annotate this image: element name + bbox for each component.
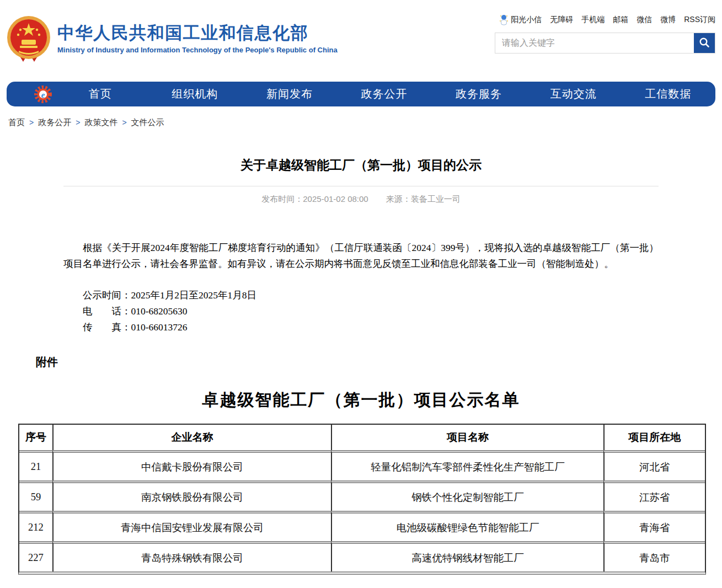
xiaoxin-robot-icon — [499, 14, 509, 25]
search-input[interactable] — [495, 33, 694, 53]
site-subtitle: Ministry of Industry and Information Tec… — [57, 46, 338, 54]
top-link-sunshine-xiaoxin[interactable]: 阳光小信 — [499, 14, 542, 25]
table-cell: 青岛市 — [603, 541, 705, 571]
table-header: 序号 企业名称 项目名称 项目所在地 — [19, 425, 705, 450]
breadcrumb-gov-disclosure[interactable]: 政务公开 — [38, 117, 71, 127]
nav-item-miit-data[interactable]: 工信数据 — [621, 87, 715, 101]
breadcrumb-file-publicity[interactable]: 文件公示 — [131, 117, 164, 127]
table-cell: 227 — [19, 541, 52, 571]
brand-link[interactable]: 中华人民共和国工业和信息化部 Ministry of Industry and … — [7, 15, 338, 62]
table-cell: 212 — [19, 511, 52, 541]
col-header-company: 企业名称 — [52, 425, 331, 450]
title-divider — [63, 186, 659, 186]
table-cell: 青海中信国安锂业发展有限公司 — [52, 511, 331, 541]
main-nav: e 首页 组织机构 新闻发布 政务公开 政务服务 互动交流 工信数据 — [7, 82, 715, 106]
breadcrumb-separator-icon: > — [122, 118, 126, 127]
table-cell: 中信戴卡股份有限公司 — [52, 450, 331, 480]
search-button[interactable] — [694, 33, 715, 53]
table-cell: 河北省 — [603, 450, 705, 480]
gear-logo-icon[interactable]: e — [33, 84, 53, 104]
nav-item-home[interactable]: 首页 — [53, 87, 148, 101]
table-cell: 钢铁个性化定制智能工厂 — [331, 480, 603, 511]
table-cell: 21 — [19, 450, 52, 480]
top-link-mail[interactable]: 邮箱 — [613, 15, 628, 25]
brand-text: 中华人民共和国工业和信息化部 Ministry of Industry and … — [57, 15, 338, 62]
table-cell: 青岛特殊钢铁有限公司 — [52, 541, 331, 571]
notice-period: 公示时间：2025年1月2日至2025年1月8日 — [63, 287, 659, 303]
national-emblem-icon — [7, 15, 51, 62]
table-row: 227青岛特殊钢铁有限公司高速优特钢线材智能工厂青岛市 — [19, 541, 705, 571]
table-cell: 电池级碳酸锂绿色节能智能工厂 — [331, 511, 603, 541]
table-header-row: 序号 企业名称 项目名称 项目所在地 — [19, 425, 705, 450]
fax-line: 传 真：010-66013726 — [63, 319, 659, 335]
nav-item-organization[interactable]: 组织机构 — [148, 87, 243, 101]
table-row: 59南京钢铁股份有限公司钢铁个性化定制智能工厂江苏省 — [19, 480, 705, 511]
article-title: 关于卓越级智能工厂（第一批）项目的公示 — [7, 157, 715, 174]
breadcrumb-policy-files[interactable]: 政策文件 — [84, 117, 117, 127]
table-cell: 轻量化铝制汽车零部件柔性化生产智能工厂 — [331, 450, 603, 480]
nav-item-gov-services[interactable]: 政务服务 — [431, 87, 526, 101]
article-meta: 发布时间：2025-01-02 08:00 来源：装备工业一司 — [7, 194, 715, 205]
site-header: 中华人民共和国工业和信息化部 Ministry of Industry and … — [7, 0, 715, 82]
breadcrumb: 首页>政务公开>政策文件>文件公示 — [7, 106, 715, 128]
top-link-weibo[interactable]: 微博 — [660, 15, 676, 25]
project-table: 序号 企业名称 项目名称 项目所在地 21中信戴卡股份有限公司轻量化铝制汽车零部… — [18, 424, 706, 575]
top-links: 阳光小信 无障碍 手机端 邮箱 微信 微博 RSS订阅 — [495, 14, 715, 25]
breadcrumb-separator-icon: > — [29, 118, 34, 127]
table-row: 21中信戴卡股份有限公司轻量化铝制汽车零部件柔性化生产智能工厂河北省 — [19, 450, 705, 480]
table-cell: 59 — [19, 480, 52, 511]
phone-line: 电 话：010-68205630 — [63, 303, 659, 319]
header-right: 阳光小信 无障碍 手机端 邮箱 微信 微博 RSS订阅 — [495, 14, 715, 54]
article-body: 根据《关于开展2024年度智能工厂梯度培育行动的通知》（工信厅联通装函〔2024… — [63, 240, 659, 335]
col-header-project: 项目名称 — [331, 425, 603, 450]
breadcrumb-separator-icon: > — [76, 118, 80, 127]
table-title: 卓越级智能工厂（第一批）项目公示名单 — [7, 389, 715, 411]
table-row: 212青海中信国安锂业发展有限公司电池级碳酸锂绿色节能智能工厂青海省 — [19, 511, 705, 541]
top-link-label: 阳光小信 — [511, 15, 542, 25]
article-source: 来源：装备工业一司 — [386, 194, 461, 205]
nav-item-news[interactable]: 新闻发布 — [242, 87, 337, 101]
nav-item-gov-disclosure[interactable]: 政务公开 — [337, 87, 432, 101]
site-title: 中华人民共和国工业和信息化部 — [57, 23, 338, 43]
table-cell: 南京钢铁股份有限公司 — [52, 480, 331, 511]
table-cell: 青海省 — [603, 511, 705, 541]
breadcrumb-home[interactable]: 首页 — [8, 117, 25, 127]
announcement-paragraph: 根据《关于开展2024年度智能工厂梯度培育行动的通知》（工信厅联通装函〔2024… — [63, 240, 659, 272]
article: 关于卓越级智能工厂（第一批）项目的公示 发布时间：2025-01-02 08:0… — [7, 157, 715, 575]
publish-time: 发布时间：2025-01-02 08:00 — [261, 194, 368, 205]
attachment-label: 附件 — [36, 355, 715, 370]
table-cell: 江苏省 — [603, 480, 705, 511]
page: 中华人民共和国工业和信息化部 Ministry of Industry and … — [7, 0, 715, 575]
col-header-location: 项目所在地 — [603, 425, 705, 450]
search-bar — [495, 33, 715, 54]
table-cell: 高速优特钢线材智能工厂 — [331, 541, 603, 571]
nav-item-interaction[interactable]: 互动交流 — [526, 87, 621, 101]
top-link-mobile[interactable]: 手机端 — [581, 15, 605, 25]
top-link-accessibility[interactable]: 无障碍 — [550, 15, 573, 25]
contact-block: 公示时间：2025年1月2日至2025年1月8日 电 话：010-6820563… — [63, 287, 659, 335]
top-link-wechat[interactable]: 微信 — [637, 15, 652, 25]
top-link-rss[interactable]: RSS订阅 — [684, 15, 715, 25]
col-header-index: 序号 — [19, 425, 52, 450]
table-body: 21中信戴卡股份有限公司轻量化铝制汽车零部件柔性化生产智能工厂河北省59南京钢铁… — [19, 450, 705, 571]
search-icon — [699, 37, 710, 50]
svg-text:e: e — [41, 90, 45, 99]
